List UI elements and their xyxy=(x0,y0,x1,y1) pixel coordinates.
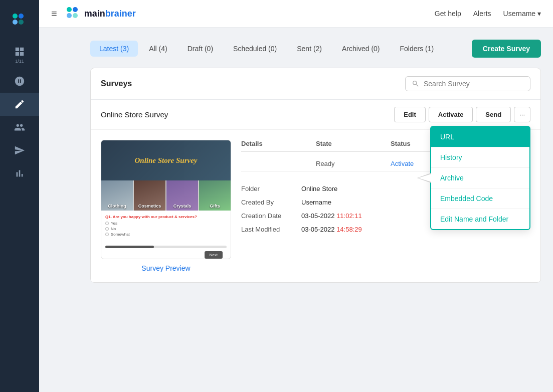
folder-label: Folder xyxy=(241,185,301,192)
sidebar-item-edit[interactable] xyxy=(0,93,39,116)
preview-radio-yes xyxy=(105,222,109,225)
svg-point-3 xyxy=(19,20,24,25)
tab-archived[interactable]: Archived (0) xyxy=(333,41,389,57)
preview-cat-gifts: Gifts xyxy=(199,180,231,211)
topbar-right: Get help Alerts Username ▾ xyxy=(435,10,541,18)
preview-cat-crystals: Crystals xyxy=(166,180,198,211)
sidebar: 1/11 xyxy=(0,0,39,392)
logo xyxy=(0,6,39,40)
get-help-link[interactable]: Get help xyxy=(435,10,461,18)
survey-card-header: Surveys xyxy=(91,68,540,100)
svg-point-7 xyxy=(73,13,78,18)
svg-point-2 xyxy=(13,20,18,25)
dropdown-menu: URL History Archive Embedded Code Edit N… xyxy=(430,126,530,230)
search-input[interactable] xyxy=(424,80,524,88)
cat-gifts-label: Gifts xyxy=(199,204,231,209)
alerts-link[interactable]: Alerts xyxy=(473,10,491,18)
svg-point-4 xyxy=(67,7,72,12)
survey-item-header: Online Store Survey Edit Activate Send ·… xyxy=(91,100,540,130)
cell-state: Ready xyxy=(316,160,391,167)
progress-bar-outer xyxy=(105,246,227,248)
preview-categories: Clothing Cosmetics Crystals Gifts xyxy=(101,180,231,211)
edit-button[interactable]: Edit xyxy=(394,107,426,122)
progress-bar-inner xyxy=(105,246,154,248)
username-menu[interactable]: Username ▾ xyxy=(503,10,541,18)
sidebar-item-dashboard[interactable] xyxy=(0,70,39,93)
col-header-state: State xyxy=(316,140,391,147)
cat-cosmetics-label: Cosmetics xyxy=(134,204,165,209)
topbar: ≡ mainbrainer Get help Alerts Username ▾ xyxy=(39,0,553,28)
survey-preview-column: Online Store Survey Clothing Cosmetics C… xyxy=(101,140,231,272)
send-button[interactable]: Send xyxy=(476,107,511,122)
survey-card: Surveys Online Store Survey Edit Activat… xyxy=(90,68,541,283)
preview-option-no: No xyxy=(105,227,227,231)
dropdown-item-edit-name[interactable]: Edit Name and Folder xyxy=(431,209,529,229)
activate-button[interactable]: Activate xyxy=(429,107,473,122)
svg-point-0 xyxy=(13,14,18,19)
preview-option-somewhat: Somewhat xyxy=(105,232,227,237)
svg-point-5 xyxy=(73,7,78,12)
topbar-left: ≡ mainbrainer xyxy=(51,6,136,22)
preview-radio-somewhat xyxy=(105,233,109,236)
survey-search-box xyxy=(405,76,530,91)
create-survey-button[interactable]: Create Survey xyxy=(472,40,541,58)
tab-latest[interactable]: Latest (3) xyxy=(90,41,138,57)
tab-bar: Latest (3) All (4) Draft (0) Scheduled (… xyxy=(90,40,541,58)
svg-point-6 xyxy=(67,13,72,18)
survey-title: Online Store Survey xyxy=(101,110,168,119)
dropdown-item-url[interactable]: URL xyxy=(431,127,529,147)
main-content: Latest (3) All (4) Draft (0) Scheduled (… xyxy=(78,28,553,392)
preview-cat-clothing: Clothing xyxy=(101,180,133,211)
hamburger-icon[interactable]: ≡ xyxy=(51,8,57,20)
cat-clothing-label: Clothing xyxy=(101,204,133,209)
preview-next-button: Next xyxy=(205,251,223,259)
tab-sent[interactable]: Sent (2) xyxy=(288,41,331,57)
creation-date-label: Creation Date xyxy=(241,212,301,220)
dropdown-item-history[interactable]: History xyxy=(431,147,529,168)
tab-folders[interactable]: Folders (1) xyxy=(391,41,443,57)
preview-radio-no xyxy=(105,227,109,231)
sidebar-item-send[interactable] xyxy=(0,139,39,162)
preview-question-text: Q1. Are you happy with our product & ser… xyxy=(105,215,227,219)
more-button[interactable]: ··· xyxy=(514,107,530,122)
sidebar-item-chart[interactable] xyxy=(0,162,39,185)
svg-marker-9 xyxy=(418,174,431,182)
search-icon xyxy=(412,80,420,88)
dropdown-arrow-icon xyxy=(417,173,431,183)
logo-text: mainbrainer xyxy=(84,9,136,19)
preview-title: Online Store Survey xyxy=(134,156,197,165)
created-by-label: Created By xyxy=(241,199,301,206)
tab-all[interactable]: All (4) xyxy=(140,41,176,57)
preview-cat-cosmetics: Cosmetics xyxy=(134,180,165,211)
preview-header: Online Store Survey xyxy=(101,140,231,180)
preview-progress-section: Next xyxy=(101,242,231,255)
dropdown-item-embedded[interactable]: Embedded Code xyxy=(431,188,529,209)
topbar-logo: mainbrainer xyxy=(65,6,136,22)
cell-details xyxy=(241,160,316,167)
tab-draft[interactable]: Draft (0) xyxy=(178,41,222,57)
survey-actions: Edit Activate Send ··· URL History Arc xyxy=(394,107,530,122)
sidebar-item-grid[interactable]: 1/11 xyxy=(0,40,39,70)
survey-preview-link[interactable]: Survey Preview xyxy=(101,264,231,272)
col-header-details: Details xyxy=(241,140,316,147)
svg-point-1 xyxy=(19,14,24,19)
sidebar-page-label: 1/11 xyxy=(15,59,24,64)
surveys-title: Surveys xyxy=(101,79,132,88)
preview-question-section: Q1. Are you happy with our product & ser… xyxy=(101,211,231,242)
cat-crystals-label: Crystals xyxy=(166,204,198,209)
tab-scheduled[interactable]: Scheduled (0) xyxy=(224,41,286,57)
dropdown-item-archive[interactable]: Archive xyxy=(431,168,529,188)
survey-preview-image: Online Store Survey Clothing Cosmetics C… xyxy=(101,140,231,259)
sidebar-item-users[interactable] xyxy=(0,116,39,139)
last-modified-label: Last Modified xyxy=(241,226,301,233)
preview-option-yes: Yes xyxy=(105,221,227,226)
